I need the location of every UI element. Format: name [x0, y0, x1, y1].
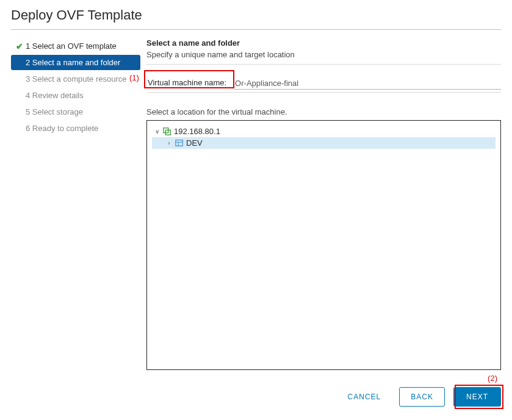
section-subtitle: Specify a unique name and target locatio…: [146, 50, 501, 59]
section-title: Select a name and folder: [146, 38, 501, 48]
svg-rect-2: [176, 140, 182, 146]
step-label: 5 Select storage: [26, 107, 83, 116]
divider: [11, 29, 501, 30]
wizard-title: Deploy OVF Template: [11, 7, 501, 23]
tree-node-datacenter[interactable]: › DEV: [152, 137, 496, 149]
vm-name-row: (1) Virtual machine name:: [146, 76, 501, 90]
step-3-compute-resource: 3 Select a compute resource: [11, 71, 140, 87]
annotation-callout-1: (1): [129, 73, 139, 82]
annotation-callout-2: (2): [488, 374, 497, 383]
datacenter-icon: [175, 139, 184, 148]
tree-node-label: DEV: [186, 138, 203, 148]
chevron-down-icon[interactable]: ∨: [153, 128, 160, 135]
tree-node-label: 192.168.80.1: [174, 127, 220, 136]
step-label: 1 Select an OVF template: [26, 41, 117, 51]
step-label: 2 Select a name and folder: [26, 58, 120, 67]
next-button[interactable]: NEXT: [453, 387, 501, 407]
host-icon: [163, 127, 171, 136]
step-2-select-name-folder[interactable]: 2 Select a name and folder: [11, 55, 140, 70]
wizard-layout: ✔ 1 Select an OVF template 2 Select a na…: [11, 38, 501, 407]
step-1-select-ovf[interactable]: ✔ 1 Select an OVF template: [11, 38, 140, 54]
step-label: 4 Review details: [26, 91, 84, 100]
step-5-select-storage: 5 Select storage: [11, 104, 140, 119]
divider: [146, 64, 501, 65]
back-button[interactable]: BACK: [399, 387, 445, 407]
vm-name-label: Virtual machine name:: [146, 76, 228, 90]
step-label: 6 Ready to complete: [26, 124, 98, 133]
cancel-button[interactable]: CANCEL: [338, 387, 391, 407]
check-icon: ✔: [16, 42, 22, 51]
tree-node-host[interactable]: ∨ 192.168.80.1: [152, 126, 496, 137]
wizard-footer: (2) CANCEL BACK NEXT: [146, 387, 501, 407]
chevron-right-icon[interactable]: ›: [165, 140, 173, 146]
vm-name-input-wrap: [234, 76, 501, 90]
vm-name-input[interactable]: [234, 76, 501, 90]
wizard-steps-sidebar: ✔ 1 Select an OVF template 2 Select a na…: [11, 38, 140, 407]
step-4-review-details: 4 Review details: [11, 88, 140, 103]
location-label: Select a location for the virtual machin…: [146, 107, 501, 116]
step-label: 3 Select a compute resource: [26, 74, 126, 84]
divider: [146, 92, 501, 93]
step-6-ready-complete: 6 Ready to complete: [11, 121, 140, 136]
location-tree[interactable]: ∨ 192.168.80.1 › DEV: [146, 120, 501, 370]
wizard-main-panel: Select a name and folder Specify a uniqu…: [146, 38, 501, 407]
wizard-dialog: Deploy OVF Template ✔ 1 Select an OVF te…: [0, 0, 512, 418]
